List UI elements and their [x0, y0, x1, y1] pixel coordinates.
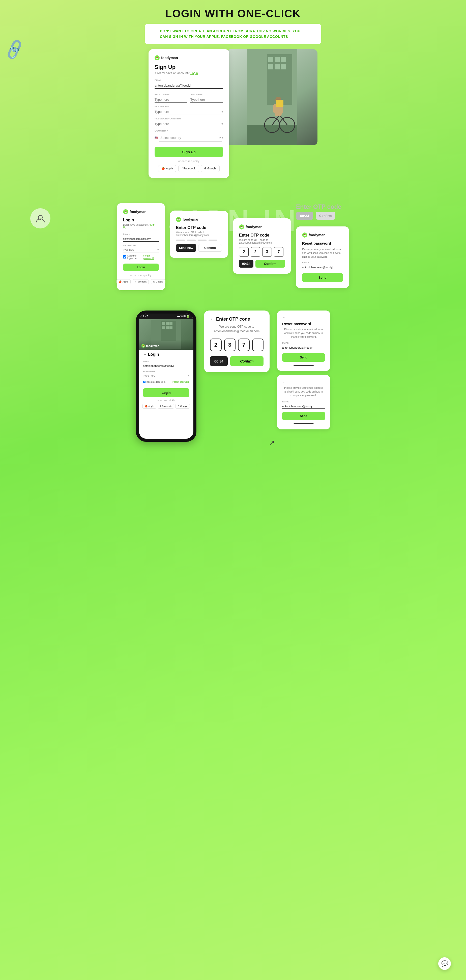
- otp2-digit-4[interactable]: [274, 247, 284, 257]
- reset-brand-logo: 🥗 foodyman: [302, 232, 343, 237]
- signup-firstname-input[interactable]: [155, 97, 187, 103]
- svg-rect-25: [162, 326, 165, 329]
- login-brand-logo: 🥗 foodyman: [123, 209, 159, 214]
- brand-name: foodyman: [161, 56, 178, 60]
- reset-mobile-desc-1: Please provide your email address and we…: [282, 328, 325, 339]
- svg-rect-27: [170, 326, 173, 329]
- phone-password-input[interactable]: [143, 373, 188, 378]
- google-button[interactable]: G Google: [201, 165, 220, 172]
- signin-section: SIGN IN 🥗 foodyman Login Don't h: [0, 188, 466, 301]
- phone-apple-button[interactable]: 🍎 Apple: [143, 404, 156, 409]
- reset-mobile-back-1[interactable]: ←: [282, 315, 325, 320]
- phone-top-brand: foodyman: [146, 344, 159, 347]
- reset-mobile-send-button-1[interactable]: Send: [282, 353, 325, 362]
- otp-mobile-big-card: ← Enter OTP code We are send OTP code to…: [204, 310, 269, 372]
- otp-float-title-text: Enter OTP code: [296, 203, 341, 210]
- signup-section: 🥗 foodyman Sign Up Already have an accou…: [149, 44, 317, 188]
- otp2-action-row: 00:34 Confirm: [239, 260, 285, 267]
- password-eye-icon[interactable]: ▾: [221, 110, 223, 114]
- cursor-decoration: ↗: [269, 439, 274, 447]
- apple-icon: 🍎: [119, 280, 122, 283]
- login-email-input[interactable]: [123, 237, 159, 242]
- otp2-digit-1[interactable]: [239, 247, 249, 257]
- login-google-button[interactable]: G Google: [151, 279, 165, 284]
- otp-mobile-digit-1[interactable]: 2: [210, 339, 222, 351]
- phone-keep-logged-checkbox[interactable]: [143, 381, 146, 383]
- otp-mobile-digit-3[interactable]: 7: [238, 339, 250, 351]
- phone-email-input[interactable]: [143, 364, 189, 368]
- country-select[interactable]: Select country: [159, 134, 222, 142]
- otp2-digit-2[interactable]: [250, 247, 260, 257]
- reset-email-input[interactable]: [302, 265, 343, 270]
- forgot-password-link[interactable]: Forgot password?: [143, 255, 159, 259]
- otp-mobile-digit-2[interactable]: 3: [224, 339, 236, 351]
- otp-mobile-action-row: 00:34 Confirm: [210, 356, 263, 366]
- otp-mobile-description: We are send OTP code to antoniobanderas@…: [210, 325, 263, 334]
- google-icon: G: [204, 167, 206, 170]
- social-buttons-row: 🍎 Apple f Facebook G Google: [155, 165, 223, 172]
- send-new-button[interactable]: Send new: [176, 244, 196, 252]
- otp1-confirm-button[interactable]: Confirm: [198, 244, 222, 252]
- select-chevron-icon: ▾: [222, 136, 223, 139]
- logo-icon: 🥗: [155, 55, 160, 60]
- svg-rect-7: [281, 64, 286, 69]
- login-password-input[interactable]: [123, 247, 157, 252]
- chat-bubble-icon: 💬: [441, 960, 448, 967]
- otp-mobile-back: ← Enter OTP code: [210, 317, 263, 322]
- otp1-input-lines: [176, 240, 222, 241]
- login-link[interactable]: Login: [190, 72, 198, 75]
- login-apple-button[interactable]: 🍎 Apple: [116, 279, 131, 284]
- login-facebook-button[interactable]: f Facebook: [133, 279, 149, 284]
- phone-facebook-button[interactable]: f Facebook: [158, 404, 174, 409]
- facebook-icon: f: [135, 280, 136, 283]
- otp-mobile-digit-4[interactable]: [252, 339, 264, 351]
- phone-google-button[interactable]: G Google: [176, 404, 190, 409]
- password-confirm-eye-icon[interactable]: ▾: [221, 122, 223, 126]
- otp2-confirm-button[interactable]: Confirm: [255, 260, 285, 267]
- confirm-float-button[interactable]: Confirm: [316, 212, 335, 220]
- reset-send-button[interactable]: Send: [302, 273, 343, 282]
- login-button[interactable]: Login: [123, 264, 159, 271]
- reset-mobile-send-button-2[interactable]: Send: [282, 412, 325, 420]
- chat-bubble[interactable]: 💬: [438, 957, 451, 970]
- apple-button[interactable]: 🍎 Apple: [158, 165, 176, 172]
- phone-login-button[interactable]: Login: [143, 388, 189, 397]
- reset-mobile-title-1: Reset password: [282, 321, 325, 326]
- subtitle-box: DON'T WANT TO CREATE AN ACCOUNT FROM SCR…: [145, 24, 321, 44]
- signup-password-confirm-input[interactable]: [155, 121, 221, 127]
- signup-password-input[interactable]: [155, 109, 221, 115]
- reset-mobile-email-input-1[interactable]: [282, 345, 325, 350]
- phone-apple-icon: 🍎: [145, 405, 147, 407]
- login-password-eye-icon[interactable]: ▾: [157, 248, 159, 251]
- login-heading: Login: [123, 218, 159, 223]
- phone-forgot-link[interactable]: Forgot password: [173, 381, 189, 383]
- reset-mobile-bar-1: [293, 365, 314, 366]
- login-subheading: Don't have an account? Sign Up: [123, 223, 159, 229]
- svg-rect-18: [276, 100, 284, 107]
- phone-top-logo-icon: 🥗: [141, 344, 145, 348]
- facebook-button[interactable]: f Facebook: [178, 165, 199, 172]
- otp1-line-1: [176, 240, 185, 241]
- phone-page-title: Login: [148, 352, 159, 357]
- otp2-digit-3[interactable]: [262, 247, 272, 257]
- signup-button[interactable]: Sign Up: [155, 147, 223, 157]
- otp-mobile-confirm-button[interactable]: Confirm: [230, 356, 263, 366]
- keep-logged-checkbox[interactable]: [123, 255, 126, 259]
- login-card: 🥗 foodyman Login Don't have an account? …: [117, 203, 165, 290]
- signup-surname-input[interactable]: [190, 97, 223, 103]
- otp-card-1: 🥗 foodyman Enter OTP code We are send OT…: [170, 211, 228, 258]
- signup-subheading: Already have an account? Login: [155, 72, 223, 75]
- otp-mobile-back-arrow-icon[interactable]: ←: [210, 317, 214, 321]
- phone-password-eye-icon[interactable]: ▾: [188, 374, 189, 377]
- login-logo-icon: 🥗: [123, 209, 128, 214]
- signup-email-input[interactable]: [155, 83, 223, 89]
- reset-mobile-back-2[interactable]: ←: [282, 380, 325, 384]
- otp1-heading: Enter OTP code: [176, 226, 222, 230]
- user-avatar-icon: [35, 213, 45, 223]
- phone-back-arrow-icon[interactable]: ←: [143, 352, 146, 356]
- svg-rect-23: [166, 322, 169, 325]
- svg-rect-8: [247, 125, 297, 145]
- chain-decoration: 🔗: [3, 38, 27, 61]
- mobile-phone-frame: 9:47 ▪▪▪ WiFi 🔋: [136, 310, 197, 442]
- reset-mobile-email-input-2[interactable]: [282, 404, 325, 409]
